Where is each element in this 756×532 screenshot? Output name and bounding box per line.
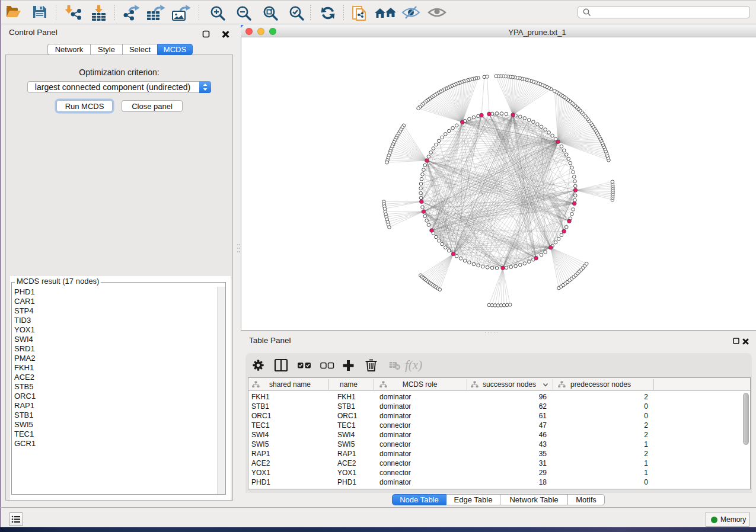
svg-text:f(x): f(x) [405, 358, 422, 372]
